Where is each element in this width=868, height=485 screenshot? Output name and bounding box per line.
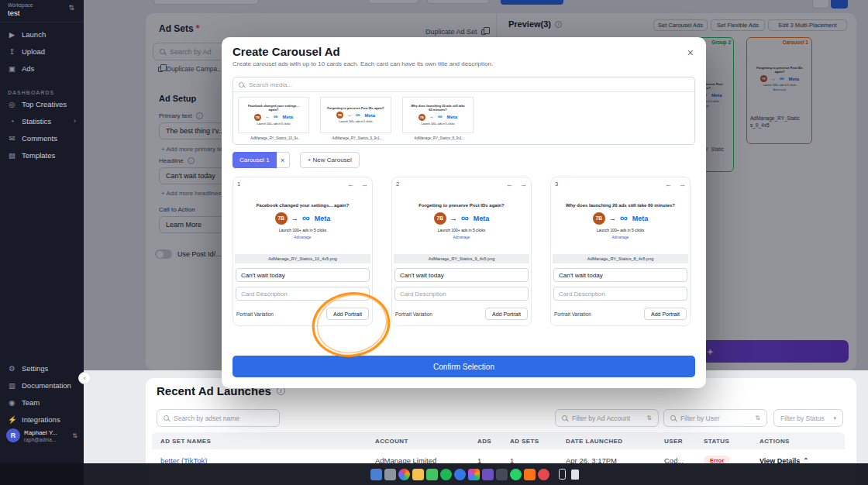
tab-carousel-1[interactable]: Carousel 1	[232, 152, 277, 168]
sidebar-collapse-handle[interactable]: ‹	[78, 372, 91, 384]
sort-arrows-icon: ⇅	[755, 414, 760, 421]
dock-spotify-icon[interactable]	[440, 469, 452, 480]
media-item[interactable]: Why does launching 20 ads still take 60 …	[402, 97, 477, 140]
creative-tagline: Launch 100+ ads in 5 clicks	[279, 228, 327, 232]
dock-files-icon[interactable]	[370, 469, 382, 480]
next-card-icon[interactable]: →	[361, 181, 368, 188]
sidebar-item-documentation[interactable]: ▥ Documentation	[0, 377, 84, 394]
brand-logo-7b: 7B	[593, 212, 605, 225]
meta-infinity-icon: ∞	[302, 214, 310, 222]
comment-icon: ✉	[8, 134, 16, 143]
sidebar-item-comments[interactable]: ✉ Comments	[0, 129, 84, 146]
dock-whatsapp-icon[interactable]	[510, 469, 522, 480]
filter-ad-account-select[interactable]: Filter by Ad Account ⇅	[555, 409, 659, 427]
media-picker: Search media... Facebook changed your se…	[232, 77, 695, 145]
add-portrait-button[interactable]: Add Portrait	[326, 308, 369, 320]
col-header: DATE LAUNCHED	[566, 438, 664, 445]
remove-carousel-icon[interactable]: ×	[277, 152, 290, 168]
search-icon	[562, 415, 567, 421]
add-portrait-button[interactable]: Add Portrait	[485, 308, 528, 320]
media-search-input[interactable]: Search media...	[233, 77, 694, 92]
card-description-input[interactable]	[394, 287, 529, 301]
carousel-tabs: Carousel 1 × + New Carousel	[232, 152, 695, 168]
card-description-input[interactable]	[236, 287, 370, 301]
sidebar-item-label: Statistics	[22, 117, 51, 126]
new-carousel-button[interactable]: + New Carousel	[300, 152, 360, 168]
meta-infinity-icon: ∞	[438, 115, 443, 119]
dock-launchpad-icon[interactable]	[468, 469, 480, 480]
dock-camera-icon[interactable]	[496, 469, 508, 480]
sidebar-item-label: Upload	[22, 47, 45, 56]
card-description-input[interactable]	[553, 287, 687, 301]
sort-arrows-icon: ⇅	[646, 414, 652, 421]
modal-title: Create Carousel Ad	[232, 45, 695, 58]
dock-blue-app-icon[interactable]	[454, 469, 466, 480]
creative-headline: Forgetting to preserve Post IDs again?	[418, 203, 504, 208]
next-card-icon[interactable]: →	[520, 181, 527, 188]
media-filename: AdManage_RY_Statics_9_9x1...	[320, 136, 394, 140]
meta-infinity-icon: ∞	[274, 115, 278, 119]
sidebar-item-label: Settings	[22, 364, 48, 373]
media-thumbnail: Forgetting to preserve Post IDs again? 7…	[320, 97, 391, 133]
filter-user-select[interactable]: Filter by User ⇅	[663, 409, 767, 427]
close-icon[interactable]: ×	[687, 46, 694, 59]
workspace-switcher[interactable]: Workspace test ⇅	[0, 0, 84, 22]
sidebar-item-top-creatives[interactable]: ◎ Top Creatives	[0, 95, 84, 112]
target-icon: ◎	[8, 100, 16, 108]
search-adset-input[interactable]: Search by adset name	[157, 409, 280, 427]
arrow-icon: →	[450, 215, 457, 222]
workspace-label: Workspace	[8, 2, 76, 8]
sidebar-item-label: Launch	[22, 30, 46, 39]
dock-folder-icon[interactable]	[412, 469, 424, 480]
col-header: ADS	[477, 438, 510, 445]
media-item[interactable]: Forgetting to preserve Post IDs again? 7…	[320, 97, 394, 140]
meta-wordmark: Meta	[315, 215, 331, 222]
add-portrait-button[interactable]: Add Portrait	[644, 308, 687, 320]
media-filename: AdManage_RY_Statics_10_9x..	[238, 136, 312, 140]
sidebar-item-ads[interactable]: ▣ Ads	[0, 60, 84, 77]
col-header: AD SETS	[510, 438, 566, 445]
creative-link: Admanage	[453, 236, 470, 239]
prev-card-icon[interactable]: ←	[347, 181, 354, 188]
workspace-selector-icon[interactable]: ⇅	[68, 4, 74, 12]
dock-dnd-icon[interactable]	[538, 469, 549, 480]
prev-card-icon[interactable]: ←	[665, 181, 672, 188]
dashboards-section-header: DASHBOARDS	[0, 86, 84, 95]
profile-menu[interactable]: R Raphael Y... raph@adma... ⇅	[0, 428, 84, 442]
creative-headline: Facebook changed your settings... again?	[257, 203, 350, 208]
dock-orange-app-icon[interactable]	[524, 469, 536, 480]
sidebar-item-label: Templates	[22, 151, 55, 160]
sidebar-item-label: Ads	[22, 64, 34, 73]
sidebar-item-statistics[interactable]: ◔ Statistics ›	[0, 112, 84, 129]
sidebar-item-label: Top Creatives	[22, 100, 67, 108]
card-title-input[interactable]	[236, 268, 370, 282]
brand-logo-7b: 7B	[254, 114, 261, 121]
dock-document-icon[interactable]	[571, 470, 579, 480]
filter-status-select[interactable]: Filter by Status ▾	[773, 409, 843, 427]
dock-green-app-icon[interactable]	[426, 469, 438, 480]
dock-screenshot-icon[interactable]	[384, 469, 396, 480]
card-title-input[interactable]	[553, 268, 687, 282]
card-filename: AdManage_RY_Statics_10_4x5.png	[235, 254, 370, 263]
media-item[interactable]: Facebook changed your settings... again?…	[238, 97, 312, 140]
card-cre​ative-image: Why does launching 20 ads still take 60 …	[553, 189, 688, 253]
sidebar-item-launch[interactable]: ▶ Launch	[0, 26, 84, 43]
card-filename: AdManage_RY_Statics_9_4x5.png	[394, 254, 529, 263]
card-creative-image: Facebook changed your settings... again?…	[235, 189, 370, 253]
portrait-variation-label: Portrait Variation	[395, 311, 432, 317]
confirm-selection-button[interactable]: Confirm Selection	[232, 356, 695, 377]
dock-photos-icon[interactable]	[398, 469, 410, 480]
sidebar-item-integrations[interactable]: ⚡ Integrations	[0, 411, 84, 428]
next-card-icon[interactable]: →	[679, 181, 686, 188]
dock-phone-icon[interactable]	[559, 469, 566, 480]
card-title-input[interactable]	[394, 268, 529, 282]
arrow-icon: →	[265, 115, 270, 119]
prev-card-icon[interactable]: ←	[506, 181, 513, 188]
dock-purple-app-icon[interactable]	[482, 469, 494, 480]
gear-icon: ⚙	[8, 364, 16, 373]
sidebar-item-templates[interactable]: ▤ Templates	[0, 146, 84, 163]
sidebar-item-upload[interactable]: ↥ Upload	[0, 43, 84, 60]
sidebar-item-label: Documentation	[22, 381, 71, 390]
sidebar-item-team[interactable]: ◉ Team	[0, 394, 84, 411]
sidebar-item-settings[interactable]: ⚙ Settings	[0, 359, 84, 377]
